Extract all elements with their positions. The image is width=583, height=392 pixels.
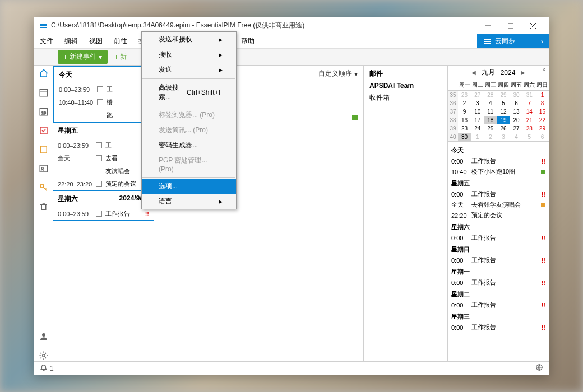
cal-next-icon[interactable]: ▶: [521, 69, 525, 76]
app-window: C:\Users\18181\Desktop\temp.34A06449.epi…: [34, 17, 549, 375]
cal-month[interactable]: 九月: [482, 68, 495, 77]
cal-day[interactable]: 28: [523, 124, 536, 133]
cal-day[interactable]: 19: [497, 116, 510, 124]
cal-day[interactable]: 10: [471, 108, 484, 116]
cal-day[interactable]: 30: [458, 133, 471, 141]
trash-icon[interactable]: [38, 201, 49, 212]
sidebar: 19: [34, 66, 53, 361]
cal-day[interactable]: 23: [458, 124, 471, 133]
cal-day[interactable]: 30: [510, 91, 523, 99]
maximize-button[interactable]: [499, 18, 522, 34]
cal-day[interactable]: 21: [523, 116, 536, 124]
new-alt-button[interactable]: + 新: [111, 50, 130, 64]
agenda-row[interactable]: 0:00工作报告!!: [451, 300, 545, 310]
minimize-button[interactable]: [477, 18, 499, 34]
cal-day[interactable]: 16: [458, 116, 471, 124]
mail-team[interactable]: APSDAI Team: [369, 82, 442, 90]
event-row[interactable]: 10:40–11:40楼: [54, 96, 152, 109]
home-icon[interactable]: [38, 68, 49, 79]
cal-day[interactable]: 13: [510, 108, 523, 116]
cal-day[interactable]: 7: [523, 99, 536, 108]
agenda-row[interactable]: 0:00工作报告!!: [451, 232, 545, 243]
menu-item[interactable]: 密码生成器...: [142, 138, 236, 153]
bell-icon[interactable]: [40, 363, 48, 373]
event-row[interactable]: 0:00–23:59工!!: [54, 83, 152, 96]
globe-icon[interactable]: [535, 365, 543, 373]
cal-day[interactable]: 29: [497, 91, 510, 99]
cal-close-icon[interactable]: ×: [542, 67, 545, 73]
svg-rect-8: [40, 127, 47, 134]
cal-day[interactable]: 29: [536, 124, 549, 133]
cal-day[interactable]: 15: [536, 108, 549, 116]
event-row[interactable]: 0:00–23:59工!!: [53, 139, 154, 152]
contacts-icon[interactable]: [38, 163, 49, 174]
calendar-day-icon[interactable]: [38, 87, 49, 98]
cal-prev-icon[interactable]: ◀: [471, 69, 476, 76]
cloud-sync-button[interactable]: 云同步 ›: [477, 34, 549, 48]
cal-day[interactable]: 26: [458, 91, 471, 99]
menu-edit[interactable]: 编辑: [59, 34, 84, 48]
menu-item[interactable]: 语言▶: [142, 194, 236, 209]
cal-day[interactable]: 20: [510, 116, 523, 124]
cal-day[interactable]: 6: [510, 99, 523, 108]
cal-day[interactable]: 11: [484, 108, 497, 116]
menu-goto[interactable]: 前往: [108, 34, 133, 48]
cal-day[interactable]: 24: [471, 124, 484, 133]
menu-view[interactable]: 视图: [84, 34, 108, 48]
agenda-row[interactable]: 22:20预定的会议: [451, 210, 545, 221]
cal-day[interactable]: 26: [497, 124, 510, 133]
cal-day[interactable]: 2: [484, 133, 497, 141]
sort-label[interactable]: 自定义顺序: [318, 69, 352, 78]
event-row[interactable]: 全天去看: [53, 152, 154, 165]
new-event-button[interactable]: + 新建事件 ▾: [58, 50, 108, 64]
cal-day[interactable]: 1: [536, 91, 549, 99]
cal-day[interactable]: 3: [471, 99, 484, 108]
agenda-row[interactable]: 0:00工作报告!!: [451, 322, 545, 333]
cal-day[interactable]: 6: [536, 133, 549, 141]
cal-day[interactable]: 5: [523, 133, 536, 141]
cal-day[interactable]: 4: [510, 133, 523, 141]
cal-day[interactable]: 12: [497, 108, 510, 116]
cal-day[interactable]: 31: [523, 91, 536, 99]
agenda-row[interactable]: 0:00工作报告!!: [451, 156, 545, 166]
cal-day[interactable]: 1: [471, 133, 484, 141]
cal-day[interactable]: 5: [497, 99, 510, 108]
event-row[interactable]: 22:20–23:20预定的会议⟳: [53, 178, 154, 190]
cal-year[interactable]: 2024: [501, 69, 516, 77]
cal-day[interactable]: 27: [471, 91, 484, 99]
agenda-row[interactable]: 10:40楼下小区跑10圈: [451, 166, 545, 177]
cal-day[interactable]: 14: [523, 108, 536, 116]
mail-inbox[interactable]: 收件箱: [369, 93, 442, 102]
agenda-row[interactable]: 全天去看张学友演唱会: [451, 199, 545, 210]
menu-item[interactable]: 发送和接收▶: [142, 32, 236, 47]
cal-day[interactable]: 9: [458, 108, 471, 116]
menu-item[interactable]: 发送▶: [142, 62, 236, 77]
cal-day[interactable]: 22: [536, 116, 549, 124]
svg-point-11: [41, 167, 43, 169]
cal-day[interactable]: 17: [471, 116, 484, 124]
cal-day[interactable]: 18: [484, 116, 497, 124]
note-icon[interactable]: [38, 144, 49, 155]
event-row[interactable]: 0:00–23:59工作报告!!: [53, 207, 154, 220]
menu-item[interactable]: 高级搜索...Ctrl+Shift+F: [142, 80, 236, 105]
key-icon[interactable]: [38, 182, 49, 193]
close-button[interactable]: [522, 18, 544, 34]
gear-icon[interactable]: [38, 350, 49, 361]
menu-help[interactable]: 帮助: [235, 34, 260, 48]
cal-day[interactable]: 3: [497, 133, 510, 141]
agenda-row[interactable]: 0:00工作报告!!: [451, 277, 545, 288]
checklist-icon[interactable]: [38, 125, 49, 136]
user-icon[interactable]: [38, 331, 49, 342]
cal-day[interactable]: 25: [484, 124, 497, 133]
agenda-row[interactable]: 0:00工作报告!!: [451, 255, 545, 265]
calendar-icon[interactable]: 19: [38, 106, 49, 117]
cal-day[interactable]: 4: [484, 99, 497, 108]
cal-day[interactable]: 27: [510, 124, 523, 133]
menu-file[interactable]: 文件: [34, 34, 59, 48]
cal-day[interactable]: 8: [536, 99, 549, 108]
menu-item[interactable]: 选项...: [142, 179, 236, 194]
cal-day[interactable]: 2: [458, 99, 471, 108]
cal-day[interactable]: 28: [484, 91, 497, 99]
menu-item[interactable]: 接收▶: [142, 47, 236, 62]
agenda-row[interactable]: 0:00工作报告!!: [451, 189, 545, 199]
